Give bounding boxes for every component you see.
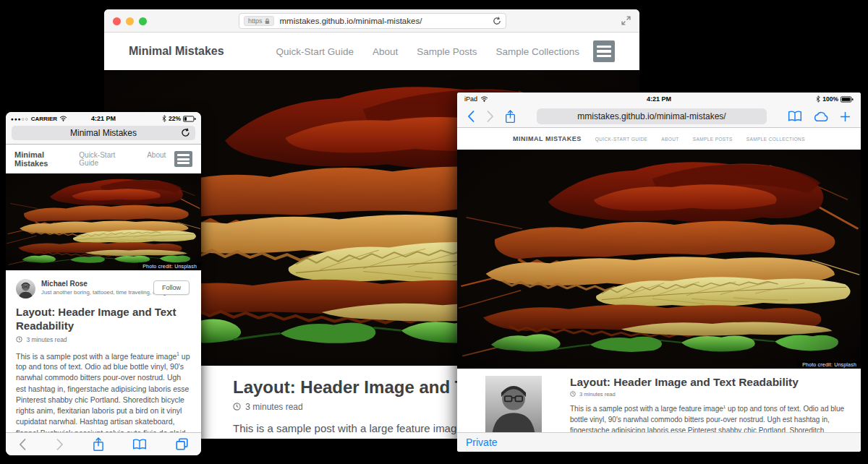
masthead: Minimal Mistakes Quick-Start Guide About…	[104, 33, 639, 70]
address-bar[interactable]: https mmistakes.github.io/minimal-mistak…	[239, 13, 506, 29]
author-block: Michael Rose Just another boring, tattoo…	[476, 376, 551, 432]
private-button[interactable]: Private	[466, 437, 498, 448]
leaves-photo	[6, 173, 201, 270]
nav-link-about[interactable]: About	[147, 151, 166, 167]
nav-link-about[interactable]: About	[661, 137, 678, 142]
lock-icon	[265, 18, 270, 25]
status-time: 4:21 PM	[457, 95, 861, 103]
back-icon[interactable]	[19, 438, 27, 451]
author-block: Michael Rose Just another boring, tattoo…	[16, 279, 191, 298]
nav-link-about[interactable]: About	[373, 46, 398, 57]
photo-credit: Photo credit: Unsplash	[798, 361, 861, 369]
tabs-icon[interactable]	[176, 438, 188, 450]
site-title[interactable]: Minimal Mistakes	[129, 45, 224, 58]
battery-percent: 22%	[169, 115, 181, 122]
avatar	[476, 422, 551, 432]
bluetooth-icon	[816, 95, 820, 103]
icloud-tabs-icon[interactable]	[813, 111, 829, 122]
ipad-status-bar: iPad 4:21 PM 100%	[457, 93, 861, 106]
fullscreen-icon[interactable]	[621, 16, 631, 25]
ipad-address-bar[interactable]: mmistakes.github.io/minimal-mistakes/	[537, 108, 767, 124]
nav-link-sample-collections[interactable]: Sample Collections	[746, 137, 805, 142]
post-content: Michael Rose Just another boring, tattoo…	[457, 369, 861, 432]
nav-link-sample-posts[interactable]: Sample Posts	[417, 46, 477, 57]
feature-image: Photo credit: Unsplash	[457, 150, 861, 369]
window-controls	[113, 17, 147, 25]
site-title[interactable]: Minimal Mistakes	[513, 135, 582, 142]
bookmarks-icon[interactable]	[132, 439, 147, 450]
site-title[interactable]: Minimal Mistakes	[14, 150, 79, 168]
clock-icon	[16, 336, 22, 343]
https-label: https	[248, 17, 263, 25]
close-window-button[interactable]	[113, 17, 121, 25]
nav-link-sample-posts[interactable]: Sample Posts	[693, 137, 733, 142]
forward-icon[interactable]	[56, 438, 64, 451]
iphone-status-bar: ●●●○○ CARRIER 4:21 PM 22%	[6, 112, 201, 125]
post-content: Michael Rose Just another boring, tattoo…	[6, 270, 201, 455]
zoom-window-button[interactable]	[139, 17, 147, 25]
private-browsing-bar: Private	[457, 432, 861, 452]
battery-icon	[183, 116, 196, 122]
https-badge: https	[244, 16, 274, 26]
search-toggle-button[interactable]	[593, 40, 615, 62]
read-time: 3 minutes read	[570, 391, 845, 398]
masthead-nav: Quick-Start Guide About	[79, 151, 166, 167]
iphone-address-bar[interactable]: Minimal Mistakes	[12, 126, 195, 140]
battery-icon	[841, 96, 854, 103]
forward-icon[interactable]	[486, 110, 494, 123]
safari-toolbar: mmistakes.github.io/minimal-mistakes/	[457, 106, 861, 128]
post-title: Layout: Header Image and Text Readabilit…	[16, 306, 191, 333]
back-icon[interactable]	[467, 110, 475, 123]
share-icon[interactable]	[505, 110, 516, 124]
reader-icon[interactable]	[788, 111, 802, 122]
avatar	[16, 279, 35, 298]
feature-image: Photo credit: Unsplash	[6, 173, 201, 270]
refresh-icon[interactable]	[181, 128, 190, 137]
bluetooth-icon	[162, 115, 166, 122]
nav-link-quick-start-guide[interactable]: Quick-Start Guide	[595, 137, 648, 142]
iphone-safari: ●●●○○ CARRIER 4:21 PM 22% Minimal Mistak…	[6, 112, 201, 455]
follow-button[interactable]: Follow	[153, 280, 190, 295]
read-time: 3 minutes read	[16, 336, 191, 343]
leaves-photo	[457, 150, 861, 369]
new-tab-icon[interactable]	[840, 111, 851, 122]
nav-link-quick-start-guide[interactable]: Quick-Start Guide	[276, 46, 354, 57]
nav-link-quick-start-guide[interactable]: Quick-Start Guide	[79, 151, 135, 167]
search-toggle-button[interactable]	[174, 151, 192, 167]
masthead: Minimal Mistakes Quick-Start Guide About…	[457, 128, 861, 150]
refresh-icon[interactable]	[493, 17, 501, 25]
ipad-safari: iPad 4:21 PM 100% mmistakes.github.io/mi…	[457, 93, 861, 452]
showcase-canvas: https mmistakes.github.io/minimal-mistak…	[0, 0, 868, 464]
battery-percent: 100%	[822, 95, 838, 103]
iphone-url-row: Minimal Mistakes	[6, 125, 201, 145]
minimize-window-button[interactable]	[126, 17, 134, 25]
nav-link-sample-collections[interactable]: Sample Collections	[495, 46, 579, 57]
url-text: mmistakes.github.io/minimal-mistakes/	[280, 17, 493, 25]
post-paragraph: This is a sample post with a large featu…	[570, 403, 845, 432]
post-title: Layout: Header Image and Text Readabilit…	[570, 376, 845, 389]
safari-bottom-toolbar	[6, 432, 201, 455]
masthead-nav: Quick-Start Guide About Sample Posts Sam…	[276, 46, 579, 57]
browser-chrome: https mmistakes.github.io/minimal-mistak…	[104, 9, 639, 33]
photo-credit: Photo credit: Unsplash	[138, 262, 201, 270]
masthead-mobile: Minimal Mistakes Quick-Start Guide About	[6, 145, 201, 173]
clock-icon	[233, 403, 241, 411]
clock-icon	[570, 391, 576, 397]
share-icon[interactable]	[93, 437, 104, 452]
